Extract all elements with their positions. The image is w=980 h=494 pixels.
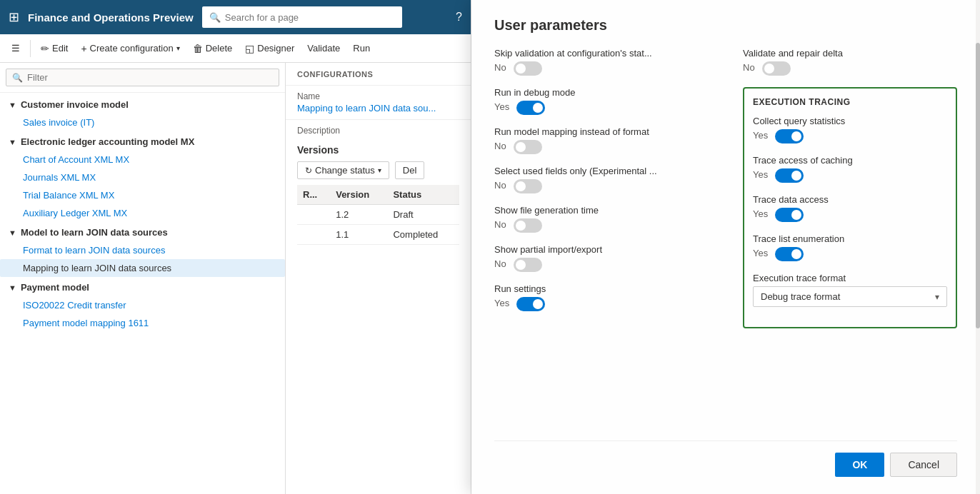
refresh-icon: ↻ xyxy=(305,166,312,176)
dialog-title: User parameters xyxy=(494,17,957,34)
help-icon[interactable]: ? xyxy=(456,11,462,24)
sidebar-item-journals-xml[interactable]: Journals XML MX xyxy=(0,168,285,186)
left-params: Skip validation at configuration's stat.… xyxy=(494,48,726,440)
top-bar: ⊞ Finance and Operations Preview 🔍 ? xyxy=(0,0,471,34)
hamburger-button[interactable]: ☰ xyxy=(6,40,26,56)
cancel-button[interactable]: Cancel xyxy=(890,453,957,477)
sidebar-item-sales-invoice-it[interactable]: Sales invoice (IT) xyxy=(0,114,285,131)
param-trace-list-enum: Trace list enumeration Yes xyxy=(753,233,947,261)
toggle-select-used-fields[interactable] xyxy=(514,179,542,193)
tree: ▼ Customer invoice model Sales invoice (… xyxy=(0,93,285,494)
chevron-icon: ▼ xyxy=(9,283,16,292)
right-params: Validate and repair delta No EXECUTION T… xyxy=(726,48,957,440)
chevron-down-icon: ▾ xyxy=(935,292,939,302)
validate-button[interactable]: Validate xyxy=(301,40,346,56)
toggle-run-settings[interactable] xyxy=(516,297,545,311)
param-execution-trace-format: Execution trace format Debug trace forma… xyxy=(753,273,947,307)
param-run-settings: Run settings Yes xyxy=(494,283,708,311)
toggle-validate-repair[interactable] xyxy=(762,61,791,76)
designer-icon: ◱ xyxy=(245,43,254,54)
hamburger-icon: ☰ xyxy=(11,43,20,54)
designer-button[interactable]: ◱ Designer xyxy=(239,40,300,57)
dialog-footer: OK Cancel xyxy=(494,440,957,477)
toggle-show-partial[interactable] xyxy=(514,258,542,272)
delete-version-button[interactable]: Del xyxy=(395,161,425,179)
param-select-used-fields: Select used fields only (Experimental ..… xyxy=(494,166,708,193)
edit-icon: ✏ xyxy=(41,43,49,54)
execution-trace-format-dropdown[interactable]: Debug trace format ▾ xyxy=(753,286,947,307)
sidebar-item-trial-balance[interactable]: Trial Balance XML MX xyxy=(0,186,285,204)
tree-group-header-model-join[interactable]: ▼ Model to learn JOIN data sources xyxy=(0,223,285,241)
versions-toolbar: ↻ Change status ▾ Del xyxy=(297,161,459,179)
edit-button[interactable]: ✏ Edit xyxy=(35,40,74,57)
app-title: Finance and Operations Preview xyxy=(28,11,194,24)
toggle-run-model-mapping[interactable] xyxy=(514,140,542,154)
separator xyxy=(30,40,31,57)
sidebar-item-payment-mapping[interactable]: Payment model mapping 1611 xyxy=(0,314,285,332)
sidebar-item-format-join[interactable]: Format to learn JOIN data sources xyxy=(0,241,285,259)
search-input[interactable] xyxy=(225,12,395,23)
tree-group-model-join: ▼ Model to learn JOIN data sources Forma… xyxy=(0,223,285,277)
param-collect-query: Collect query statistics Yes xyxy=(753,116,947,143)
table-row[interactable]: 1.2 Draft xyxy=(297,205,459,225)
chevron-icon: ▼ xyxy=(9,101,16,109)
ok-button[interactable]: OK xyxy=(835,453,884,477)
sidebar-item-auxiliary-ledger[interactable]: Auxiliary Ledger XML MX xyxy=(0,204,285,222)
tree-group-customer-invoice: ▼ Customer invoice model Sales invoice (… xyxy=(0,96,285,131)
delete-button[interactable]: 🗑 Delete xyxy=(187,40,239,57)
main-content: CONFIGURATIONS Name Mapping to learn JOI… xyxy=(286,63,471,494)
col-header-status: Status xyxy=(387,185,459,205)
table-row[interactable]: 1.1 Completed xyxy=(297,225,459,245)
param-run-model-mapping: Run model mapping instead of format No xyxy=(494,126,708,154)
toggle-run-debug[interactable] xyxy=(516,101,545,115)
delete-icon: 🗑 xyxy=(193,43,203,54)
sidebar: 🔍 ▼ Customer invoice model Sales invoice… xyxy=(0,63,286,494)
search-box: 🔍 xyxy=(202,6,402,28)
filter-icon: 🔍 xyxy=(12,73,23,83)
filter-input[interactable] xyxy=(27,72,273,83)
execution-tracing-section: EXECUTION TRACING Collect query statisti… xyxy=(743,87,957,328)
param-validate-repair: Validate and repair delta No xyxy=(743,48,957,76)
tree-group-header-customer-invoice[interactable]: ▼ Customer invoice model xyxy=(0,96,285,114)
param-show-partial: Show partial import/export No xyxy=(494,244,708,272)
filter-bar: 🔍 xyxy=(0,63,285,93)
toggle-show-file-generation[interactable] xyxy=(514,218,542,233)
search-icon: 🔍 xyxy=(209,12,221,23)
col-header-version: Version xyxy=(330,185,387,205)
col-header-r: R... xyxy=(297,185,330,205)
tree-group-header-electronic-ledger[interactable]: ▼ Electronic ledger accounting model MX xyxy=(0,133,285,151)
user-parameters-dialog: User parameters Skip validation at confi… xyxy=(471,0,980,494)
sidebar-item-mapping-join[interactable]: Mapping to learn JOIN data sources xyxy=(0,259,285,277)
grid-icon[interactable]: ⊞ xyxy=(9,9,19,25)
toggle-collect-query[interactable] xyxy=(775,129,804,143)
plus-icon: + xyxy=(81,43,86,54)
scrollbar-thumb[interactable] xyxy=(976,43,980,328)
scrollbar-track xyxy=(976,0,980,494)
toolbar: ☰ ✏ Edit + Create configuration ▾ 🗑 Dele… xyxy=(0,34,471,63)
sidebar-item-iso20022[interactable]: ISO20022 Credit transfer xyxy=(0,296,285,314)
versions-section: Versions ↻ Change status ▾ Del R... xyxy=(286,138,471,251)
param-run-debug: Run in debug mode Yes xyxy=(494,87,708,115)
versions-table: R... Version Status 1.2 Draft xyxy=(297,185,459,245)
toggle-skip-validation[interactable] xyxy=(514,61,542,76)
chevron-icon: ▼ xyxy=(9,138,16,146)
toggle-trace-data-access[interactable] xyxy=(775,208,804,222)
param-skip-validation: Skip validation at configuration's stat.… xyxy=(494,48,708,76)
tree-group-electronic-ledger: ▼ Electronic ledger accounting model MX … xyxy=(0,133,285,222)
tree-group-header-payment-model[interactable]: ▼ Payment model xyxy=(0,278,285,296)
name-section: Name Mapping to learn JOIN data sou... xyxy=(286,86,471,120)
toggle-trace-access-caching[interactable] xyxy=(775,168,804,183)
create-config-button[interactable]: + Create configuration ▾ xyxy=(75,40,185,57)
run-button[interactable]: Run xyxy=(347,40,376,56)
dropdown-arrow-icon: ▾ xyxy=(176,44,180,52)
params-grid: Skip validation at configuration's stat.… xyxy=(494,48,957,440)
change-status-button[interactable]: ↻ Change status ▾ xyxy=(297,161,389,179)
chevron-icon: ▼ xyxy=(9,228,16,237)
configs-header: CONFIGURATIONS xyxy=(286,63,471,86)
toggle-trace-list-enum[interactable] xyxy=(775,247,804,261)
tree-group-payment-model: ▼ Payment model ISO20022 Credit transfer… xyxy=(0,278,285,332)
filter-input-wrapper: 🔍 xyxy=(6,69,279,86)
param-trace-access-caching: Trace access of caching Yes xyxy=(753,155,947,183)
param-trace-data-access: Trace data access Yes xyxy=(753,194,947,222)
sidebar-item-chart-account[interactable]: Chart of Account XML MX xyxy=(0,151,285,168)
